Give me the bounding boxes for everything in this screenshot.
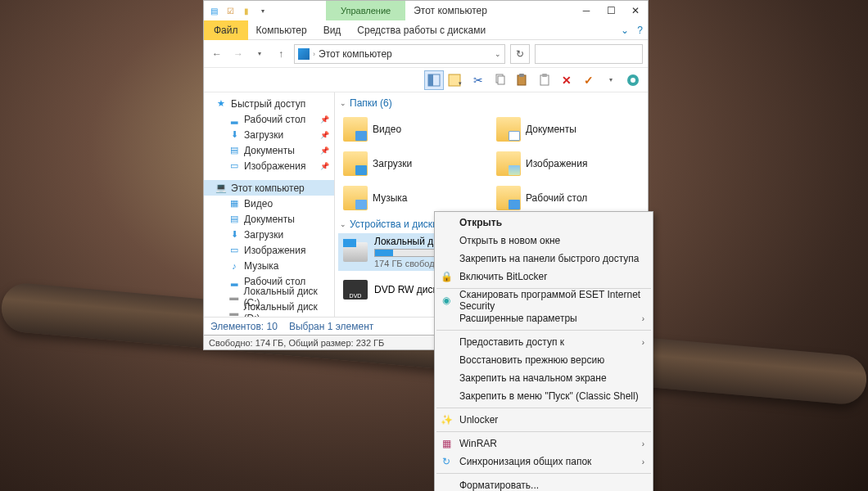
- folder-downloads[interactable]: Загрузки: [338, 146, 491, 181]
- cm-restore-previous[interactable]: Восстановить прежнюю версию: [435, 351, 653, 369]
- back-button[interactable]: ←: [209, 46, 225, 62]
- sync-icon: ↻: [440, 455, 453, 468]
- computer-tab[interactable]: Компьютер: [248, 20, 315, 40]
- status-selected: Выбран 1 элемент: [289, 321, 373, 332]
- folder-pictures[interactable]: Изображения: [491, 146, 644, 181]
- navigation-pane[interactable]: ★Быстрый доступ ▂Рабочий стол📌 ⬇Загрузки…: [204, 92, 335, 317]
- nav-desktop[interactable]: ▂Рабочий стол📌: [204, 111, 334, 127]
- recent-locations-icon[interactable]: ▾: [251, 46, 268, 62]
- nav-videos[interactable]: ▦Видео: [204, 196, 334, 211]
- maximize-button[interactable]: ☐: [599, 1, 623, 20]
- file-tab[interactable]: Файл: [204, 20, 248, 40]
- nav-label: Изображения: [244, 245, 305, 256]
- properties-icon[interactable]: ☑: [224, 4, 237, 17]
- folder-label: Загрузки: [373, 158, 412, 169]
- quick-access-toolbar: ▤ ☑ ▮ ▾: [204, 4, 273, 17]
- cm-share-access[interactable]: Предоставить доступ к›: [435, 333, 653, 351]
- cm-advanced[interactable]: Расширенные параметры›: [435, 309, 653, 327]
- nav-local-d[interactable]: ▬Локальный диск (D:): [204, 304, 334, 317]
- context-menu: Открыть Открыть в новом окне Закрепить н…: [434, 211, 653, 491]
- cm-pin-classic-shell[interactable]: Закрепить в меню "Пуск" (Classic Shell): [435, 387, 653, 405]
- minimize-button[interactable]: ─: [574, 1, 599, 20]
- paste-icon[interactable]: [513, 70, 532, 90]
- eset-icon[interactable]: [623, 70, 643, 90]
- pin-icon: 📌: [320, 146, 329, 155]
- cm-open-new-window[interactable]: Открыть в новом окне: [435, 232, 653, 250]
- folder-label: Видео: [373, 124, 401, 135]
- help-icon[interactable]: ?: [637, 25, 643, 36]
- cm-sync-shared[interactable]: ↻Синхронизация общих папок›: [435, 453, 653, 471]
- clipboard-icon[interactable]: [535, 70, 554, 90]
- explorer-icon: ▤: [207, 4, 220, 17]
- rename-dropdown-icon[interactable]: ▾: [601, 70, 621, 90]
- ribbon-expand-icon[interactable]: ⌄: [621, 25, 629, 36]
- cm-format[interactable]: Форматировать...: [435, 476, 653, 491]
- folder-documents[interactable]: Документы: [491, 112, 644, 146]
- group-label: Папки (6): [350, 97, 392, 109]
- folder-video[interactable]: Видео: [338, 112, 491, 146]
- nav-this-pc[interactable]: 💻Этот компьютер: [204, 180, 334, 196]
- address-path[interactable]: Этот компьютер: [319, 48, 392, 60]
- nav-pictures-pc[interactable]: ▭Изображения: [204, 242, 334, 258]
- nav-music[interactable]: ♪Музыка: [204, 258, 334, 273]
- pin-icon: 📌: [320, 162, 329, 170]
- address-dropdown-icon[interactable]: ⌄: [495, 50, 501, 58]
- view-tab[interactable]: Вид: [315, 20, 350, 40]
- cut-icon[interactable]: ✂: [468, 70, 488, 90]
- nav-label: Музыка: [244, 260, 278, 272]
- unlocker-icon: ✨: [440, 413, 453, 426]
- cm-winrar[interactable]: ▦WinRAR›: [435, 435, 653, 453]
- layout-details-pane-icon[interactable]: ▾: [446, 70, 466, 90]
- cm-bitlocker[interactable]: 🔒Включить BitLocker: [435, 268, 653, 286]
- copy-icon[interactable]: [491, 70, 510, 90]
- refresh-button[interactable]: ↻: [510, 44, 530, 64]
- folder-desktop[interactable]: Рабочий стол: [491, 181, 644, 215]
- close-button[interactable]: ✕: [623, 1, 648, 20]
- nav-quick-access[interactable]: ★Быстрый доступ: [204, 96, 334, 111]
- cm-pin-quick-access[interactable]: Закрепить на панели быстрого доступа: [435, 250, 653, 268]
- cm-unlocker[interactable]: ✨Unlocker: [435, 411, 653, 429]
- music-icon: ♪: [228, 260, 240, 272]
- svg-point-10: [631, 78, 635, 83]
- navigation-row: ← → ▾ ↑ › Этот компьютер ⌄ ↻: [204, 40, 648, 68]
- dvd-icon: DVD: [343, 280, 368, 300]
- qa-dropdown-icon[interactable]: ▾: [256, 4, 269, 17]
- desktop-icon: ▂: [228, 276, 240, 287]
- cm-open[interactable]: Открыть: [435, 214, 653, 232]
- cm-label: Расширенные параметры: [459, 313, 577, 324]
- cm-pin-start[interactable]: Закрепить на начальном экране: [435, 369, 653, 387]
- picture-icon: ▭: [228, 245, 240, 256]
- forward-button[interactable]: →: [230, 46, 246, 62]
- nav-pictures[interactable]: ▭Изображения📌: [204, 158, 334, 173]
- nav-label: Загрузки: [244, 129, 283, 141]
- nav-downloads-pc[interactable]: ⬇Загрузки: [204, 227, 334, 242]
- address-bar[interactable]: › Этот компьютер ⌄: [294, 44, 505, 64]
- nav-documents[interactable]: ▤Документы📌: [204, 142, 334, 158]
- folder-label: Музыка: [373, 192, 407, 204]
- nav-label: Этот компьютер: [231, 182, 305, 194]
- rename-check-icon[interactable]: ✓: [579, 70, 599, 90]
- cm-label: Unlocker: [459, 414, 498, 426]
- folder-music[interactable]: Музыка: [338, 181, 491, 215]
- desktop-icon: ▂: [228, 114, 240, 125]
- cm-eset-scan[interactable]: ◉Сканировать программой ESET Internet Se…: [435, 291, 653, 309]
- video-icon: ▦: [228, 198, 240, 209]
- pin-icon: 📌: [320, 115, 329, 124]
- cm-separator: [436, 431, 651, 432]
- chevron-down-icon: ⌄: [340, 99, 346, 107]
- chevron-right-icon: ›: [642, 314, 644, 323]
- delete-icon[interactable]: ✕: [557, 70, 576, 90]
- search-input[interactable]: [535, 44, 643, 64]
- new-folder-icon[interactable]: ▮: [240, 4, 253, 17]
- drive-tools-tab[interactable]: Средства работы с дисками: [349, 20, 494, 40]
- title-bar: ▤ ☑ ▮ ▾ Управление Этот компьютер ─ ☐ ✕: [204, 1, 648, 20]
- nav-label: Загрузки: [244, 229, 283, 241]
- download-icon: ⬇: [228, 229, 240, 241]
- contextual-tab-manage[interactable]: Управление: [326, 1, 405, 20]
- up-button[interactable]: ↑: [273, 46, 289, 62]
- group-folders[interactable]: ⌄Папки (6): [338, 94, 644, 112]
- layout-preview-pane-icon[interactable]: [424, 70, 444, 90]
- nav-documents-pc[interactable]: ▤Документы: [204, 211, 334, 227]
- nav-downloads[interactable]: ⬇Загрузки📌: [204, 127, 334, 142]
- doc-overlay-icon: [509, 131, 520, 141]
